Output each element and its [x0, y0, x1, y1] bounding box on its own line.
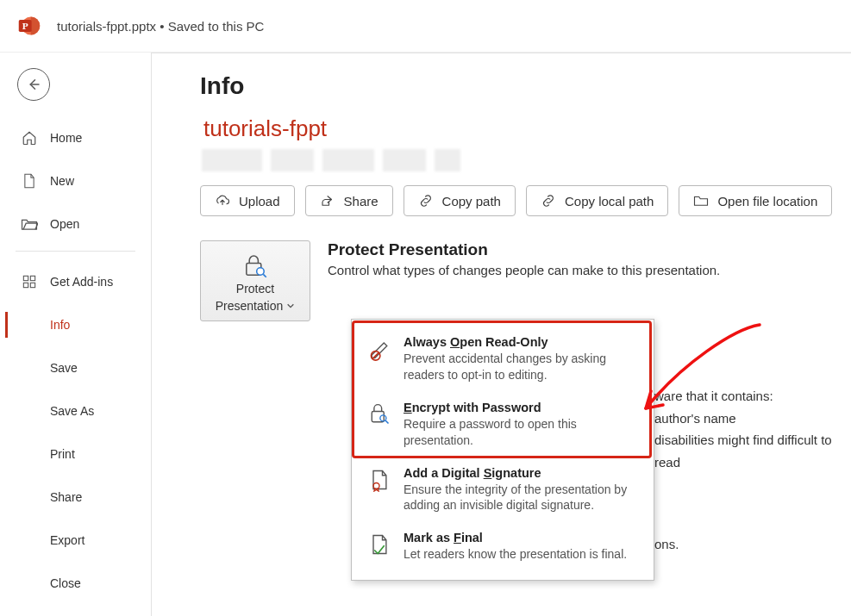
- dropdown-item-signature[interactable]: Add a Digital Signature Ensure the integ…: [352, 457, 654, 523]
- dropdown-item-desc: Prevent accidental changes by asking rea…: [404, 351, 638, 383]
- dropdown-item-desc: Ensure the integrity of the presentation…: [404, 482, 638, 514]
- sidebar-item-save[interactable]: Save: [0, 346, 151, 389]
- sidebar-item-close[interactable]: Close: [0, 562, 151, 605]
- section-title: Protect Presentation: [328, 240, 720, 259]
- title-bar: P tutorials-fppt.pptx • Saved to this PC: [0, 0, 851, 52]
- section-description: Control what types of changes people can…: [328, 263, 720, 277]
- open-file-location-button[interactable]: Open file location: [679, 185, 832, 216]
- svg-text:P: P: [22, 21, 28, 31]
- sidebar-item-home[interactable]: Home: [0, 116, 151, 159]
- sidebar-item-label: Share: [50, 490, 82, 504]
- sidebar-item-label: Info: [50, 318, 70, 332]
- page-icon: [21, 172, 38, 190]
- lock-search-icon: [241, 254, 270, 278]
- page-ribbon-icon: [367, 468, 391, 492]
- sidebar-item-label: Home: [50, 131, 82, 145]
- pencil-block-icon: [367, 337, 391, 361]
- cloud-upload-icon: [215, 193, 230, 208]
- copy-local-path-button[interactable]: Copy local path: [526, 185, 668, 216]
- button-label: Copy local path: [565, 194, 654, 208]
- svg-rect-6: [23, 283, 28, 287]
- sidebar-item-new[interactable]: New: [0, 159, 151, 202]
- inspect-section-partial-text: ware that it contains: author's name dis…: [654, 385, 851, 556]
- sidebar-item-print[interactable]: Print: [0, 432, 151, 476]
- button-label: Open file location: [717, 194, 817, 208]
- sidebar-item-addins[interactable]: Get Add-ins: [0, 260, 151, 303]
- dropdown-item-desc: Let readers know the presentation is fin…: [404, 546, 638, 563]
- dropdown-item-title: Mark as Final: [404, 531, 638, 544]
- link-icon: [418, 193, 434, 208]
- sidebar-item-export[interactable]: Export: [0, 519, 151, 562]
- protect-presentation-dropdown: Always Open Read-Only Prevent accidental…: [351, 319, 654, 581]
- svg-point-14: [380, 415, 386, 421]
- sidebar-item-share[interactable]: Share: [0, 476, 151, 519]
- dropdown-item-encrypt[interactable]: Encrypt with Password Require a password…: [352, 392, 654, 457]
- sidebar-item-label: Close: [50, 576, 81, 590]
- backstage-sidebar: Home New Open Get Add-ins Info Save Save…: [0, 53, 151, 616]
- svg-line-10: [263, 274, 266, 277]
- svg-rect-4: [23, 276, 28, 280]
- svg-point-15: [373, 482, 379, 488]
- file-display-name: tutorials-fppt: [203, 115, 851, 142]
- copy-path-button[interactable]: Copy path: [404, 185, 516, 216]
- dropdown-item-desc: Require a password to open this presenta…: [404, 416, 638, 449]
- svg-rect-5: [30, 276, 34, 280]
- share-icon: [320, 193, 335, 208]
- sidebar-item-info[interactable]: Info: [0, 303, 151, 346]
- button-label: Share: [344, 194, 379, 208]
- sidebar-item-label: Get Add-ins: [50, 275, 113, 289]
- svg-point-9: [257, 268, 265, 276]
- sidebar-item-label: New: [50, 174, 74, 188]
- dropdown-item-title: Encrypt with Password: [404, 401, 638, 414]
- big-button-label-line2: Presentation: [216, 299, 296, 313]
- sidebar-item-label: Print: [50, 447, 75, 461]
- lock-key-icon: [367, 402, 391, 426]
- powerpoint-logo-icon: P: [17, 14, 41, 38]
- protect-section-text: Protect Presentation Control what types …: [328, 240, 720, 277]
- button-label: Copy path: [442, 194, 501, 208]
- file-path-redacted: [202, 149, 495, 171]
- chevron-down-icon: [286, 302, 295, 310]
- file-action-row: Upload Share Copy path Copy local path O…: [200, 185, 851, 216]
- button-label: Upload: [239, 194, 280, 208]
- sidebar-item-label: Export: [50, 533, 84, 547]
- arrow-left-icon: [26, 77, 41, 92]
- folder-open-icon: [21, 215, 38, 233]
- dropdown-item-read-only[interactable]: Always Open Read-Only Prevent accidental…: [352, 327, 654, 392]
- sidebar-item-label: Save As: [50, 404, 94, 418]
- protect-presentation-button[interactable]: Protect Presentation: [200, 240, 310, 321]
- dropdown-item-title: Always Open Read-Only: [404, 335, 638, 349]
- sidebar-item-open[interactable]: Open: [0, 202, 151, 246]
- sidebar-item-label: Save: [50, 361, 78, 375]
- sidebar-item-saveas[interactable]: Save As: [0, 389, 151, 432]
- svg-rect-7: [30, 283, 34, 287]
- link-icon: [541, 193, 556, 208]
- page-check-icon: [367, 532, 391, 557]
- sidebar-item-label: Open: [50, 217, 79, 231]
- window-title: tutorials-fppt.pptx • Saved to this PC: [57, 19, 264, 34]
- dropdown-item-final[interactable]: Mark as Final Let readers know the prese…: [352, 522, 654, 571]
- back-button[interactable]: [17, 68, 50, 101]
- dropdown-item-title: Add a Digital Signature: [404, 466, 638, 480]
- upload-button[interactable]: Upload: [200, 185, 295, 216]
- sidebar-separator: [16, 251, 135, 252]
- grid-icon: [21, 273, 38, 290]
- home-icon: [21, 129, 38, 146]
- share-button[interactable]: Share: [305, 185, 393, 216]
- folder-icon: [693, 193, 709, 208]
- page-title: Info: [200, 72, 851, 100]
- big-button-label-line1: Protect: [236, 282, 274, 296]
